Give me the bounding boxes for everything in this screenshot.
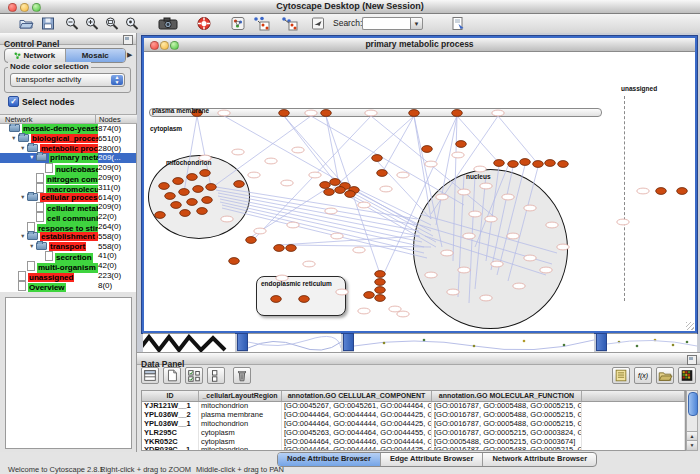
background-window-4[interactable] [607, 333, 697, 352]
network-node-label[interactable] [436, 194, 448, 200]
network-node-label[interactable] [287, 222, 299, 228]
background-window-2-edge[interactable] [237, 333, 248, 351]
network-node-label[interactable] [507, 233, 519, 239]
network-node-label[interactable] [325, 208, 337, 214]
network-node[interactable] [299, 296, 310, 303]
background-window-4-edge[interactable] [596, 333, 607, 351]
network-node-label[interactable] [232, 149, 244, 155]
tree-row[interactable]: ▼primary metabol209(... [0, 153, 136, 163]
network-node[interactable] [364, 292, 375, 299]
tree-expand-icon[interactable]: ▼ [20, 145, 27, 151]
network-node-label[interactable] [425, 272, 437, 278]
network-node-label[interactable] [458, 267, 470, 273]
network-node-label[interactable] [491, 261, 503, 267]
tree-expand-icon[interactable]: ▼ [11, 135, 18, 141]
node-color-dropdown[interactable]: transporter activity ▲▼ [10, 73, 125, 87]
zoom-in-icon[interactable] [84, 16, 100, 31]
network-node-label[interactable] [309, 172, 321, 178]
table-row[interactable]: YJR121W__1mitochondrion[GO:0045267, GO:0… [142, 402, 685, 411]
network-node[interactable] [375, 271, 386, 278]
network-node-label[interactable] [540, 267, 552, 273]
network-node-label[interactable] [637, 188, 649, 194]
network-node[interactable] [234, 181, 245, 188]
network-node[interactable] [320, 182, 331, 189]
network-node[interactable] [508, 161, 519, 168]
network-node-label[interactable] [441, 250, 453, 256]
network-node-label[interactable] [353, 247, 365, 253]
network-node-label[interactable] [265, 158, 277, 164]
network-node-label[interactable] [463, 233, 475, 239]
network-node-label[interactable] [617, 219, 629, 225]
save-session-icon[interactable] [40, 16, 56, 31]
network-node-label[interactable] [524, 205, 536, 211]
network-node-label[interactable] [502, 194, 514, 200]
network-window-titlebar[interactable]: primary metabolic process [144, 38, 695, 52]
network-node-label[interactable] [492, 110, 504, 116]
resize-grip[interactable] [686, 322, 694, 330]
attribute-notes-icon[interactable] [612, 367, 630, 384]
network-node[interactable] [193, 186, 204, 193]
network-node-label[interactable] [480, 295, 492, 301]
network-node[interactable] [279, 110, 290, 117]
advanced-search-icon[interactable] [450, 16, 466, 31]
unselect-attributes-icon[interactable] [207, 367, 225, 384]
tree-row[interactable]: ▼transport558(0) [0, 242, 136, 252]
table-row[interactable]: YKR052Ccytoplasm[GO:0044464, GO:0044446,… [142, 438, 685, 447]
network-node[interactable] [520, 159, 531, 166]
open-session-icon[interactable] [18, 16, 34, 31]
network-node-label[interactable] [248, 172, 260, 178]
network-node[interactable] [375, 287, 386, 294]
snapshot-camera-icon[interactable] [158, 16, 178, 31]
network-node-label[interactable] [358, 308, 370, 314]
network-node[interactable] [179, 189, 190, 196]
network-node-label[interactable] [254, 228, 266, 234]
tab-mosaic[interactable]: Mosaic [66, 49, 126, 62]
zoom-out-icon[interactable] [64, 16, 80, 31]
close-window-icon[interactable] [8, 3, 17, 12]
help-lifering-icon[interactable] [196, 16, 212, 31]
tree-expand-icon[interactable]: ▼ [29, 243, 36, 249]
background-window-3[interactable] [354, 333, 594, 352]
network-node[interactable] [409, 110, 420, 117]
network-node-label[interactable] [480, 183, 492, 189]
frame-minimize-icon[interactable] [160, 41, 169, 50]
select-attributes-icon[interactable] [185, 367, 203, 384]
zoom-window-icon[interactable] [32, 3, 41, 12]
tree-row[interactable]: cellular metabol209(0) [0, 202, 136, 212]
select-nodes-checkbox[interactable]: ✓ [8, 96, 19, 107]
attribute-table-header[interactable]: ID _cellularLayoutRegion annotation.GO C… [142, 391, 685, 402]
tab-overflow-icon[interactable]: ▶ [127, 51, 132, 59]
network-node[interactable] [187, 174, 198, 181]
network-node-label[interactable] [485, 216, 497, 222]
network-node[interactable] [324, 189, 335, 196]
network-node-label[interactable] [218, 110, 230, 116]
tree-row[interactable]: unassigned223(0) [0, 271, 136, 281]
network-node[interactable] [206, 184, 217, 191]
network-node[interactable] [200, 170, 211, 177]
network-node[interactable] [452, 110, 463, 117]
network-node[interactable] [677, 188, 688, 195]
layout-nodes-icon[interactable] [252, 16, 270, 31]
network-node[interactable] [656, 188, 667, 195]
data-panel-float-icon[interactable] [687, 355, 697, 365]
tree-row[interactable]: Overview8(0) [0, 281, 136, 291]
network-node[interactable] [456, 141, 467, 148]
birdseye-view[interactable] [5, 297, 132, 449]
tree-row[interactable]: macromolecule311(0) [0, 183, 136, 193]
tree-row[interactable]: ▼metabolic process280(0) [0, 144, 136, 154]
network-overview-icon[interactable] [230, 16, 246, 31]
network-canvas[interactable]: plasma membrane cytoplasm mitochondrion … [144, 52, 695, 331]
network-node[interactable] [345, 191, 356, 198]
search-dropdown-icon[interactable]: ▼ [410, 17, 423, 30]
network-node-label[interactable] [305, 110, 317, 116]
network-node[interactable] [187, 199, 198, 206]
network-node-label[interactable] [292, 147, 304, 153]
float-panel-icon[interactable] [123, 35, 133, 45]
network-node-label[interactable] [303, 261, 315, 267]
network-node-label[interactable] [458, 189, 470, 195]
tree-expand-icon[interactable]: ▼ [20, 233, 27, 239]
network-node[interactable] [229, 258, 240, 265]
frame-close-icon[interactable] [150, 41, 159, 50]
network-node[interactable] [159, 183, 170, 190]
import-attributes-icon[interactable] [656, 367, 674, 384]
